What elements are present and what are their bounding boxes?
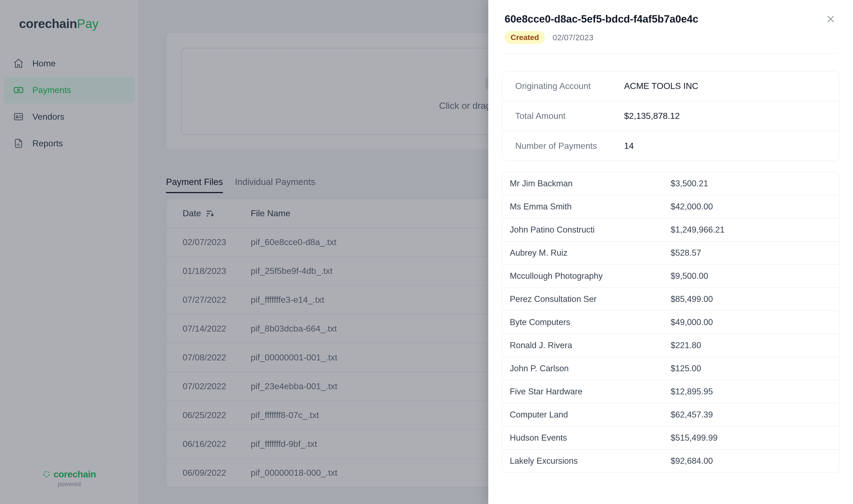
payment-amount: $125.00	[671, 364, 832, 374]
payment-amount: $9,500.00	[671, 271, 832, 281]
payment-name: John Patino Constructi	[510, 225, 671, 235]
detail-panel: 60e8cce0-d8ac-5ef5-bdcd-f4af5b7a0e4c Cre…	[488, 0, 853, 504]
payment-amount: $3,500.21	[671, 179, 832, 188]
payment-name: Ms Emma Smith	[510, 202, 671, 212]
payment-row[interactable]: Mr Jim Backman$3,500.21	[502, 172, 839, 195]
info-card: Originating Account ACME TOOLS INC Total…	[502, 71, 839, 161]
payment-name: Lakely Excursions	[510, 456, 671, 466]
payment-name: Computer Land	[510, 410, 671, 420]
payment-row[interactable]: Aubrey M. Ruiz$528.57	[502, 241, 839, 265]
app-root: corechainPay Home Payments Vendors	[0, 0, 853, 504]
number-of-payments-value: 14	[624, 141, 826, 151]
total-amount-value: $2,135,878.12	[624, 111, 826, 121]
payment-row[interactable]: Ronald J. Rivera$221.80	[502, 334, 839, 357]
payment-amount: $12,895.95	[671, 387, 832, 397]
payment-name: Five Star Hardware	[510, 387, 671, 397]
payment-name: Hudson Events	[510, 433, 671, 443]
payments-list: Mr Jim Backman$3,500.21Ms Emma Smith$42,…	[502, 172, 839, 473]
panel-body: Originating Account ACME TOOLS INC Total…	[488, 63, 853, 484]
payment-amount: $528.57	[671, 248, 832, 258]
payment-name: John P. Carlson	[510, 364, 671, 374]
payment-amount: $42,000.00	[671, 202, 832, 212]
total-amount-label: Total Amount	[515, 111, 624, 121]
payment-amount: $92,684.00	[671, 456, 832, 466]
payment-row[interactable]: John P. Carlson$125.00	[502, 357, 839, 380]
panel-header: 60e8cce0-d8ac-5ef5-bdcd-f4af5b7a0e4c Cre…	[488, 0, 853, 63]
panel-date: 02/07/2023	[553, 33, 593, 42]
payment-row[interactable]: Five Star Hardware$12,895.95	[502, 380, 839, 403]
payment-name: Mccullough Photography	[510, 271, 671, 281]
close-icon	[825, 13, 837, 25]
payment-row[interactable]: Computer Land$62,457.39	[502, 403, 839, 427]
payment-name: Perez Consultation Ser	[510, 294, 671, 304]
status-badge: Created	[505, 31, 545, 44]
payment-row[interactable]: Ms Emma Smith$42,000.00	[502, 195, 839, 218]
close-button[interactable]	[825, 13, 837, 25]
payment-row[interactable]: John Patino Constructi$1,249,966.21	[502, 218, 839, 241]
payment-amount: $221.80	[671, 341, 832, 350]
payment-amount: $515,499.99	[671, 433, 832, 443]
originating-account-label: Originating Account	[515, 81, 624, 91]
payment-name: Mr Jim Backman	[510, 179, 671, 188]
payment-name: Aubrey M. Ruiz	[510, 248, 671, 258]
originating-account-value: ACME TOOLS INC	[624, 81, 826, 91]
payment-amount: $62,457.39	[671, 410, 832, 420]
payment-row[interactable]: Byte Computers$49,000.00	[502, 311, 839, 334]
divider	[505, 53, 837, 54]
payment-name: Ronald J. Rivera	[510, 341, 671, 350]
payment-row[interactable]: Perez Consultation Ser$85,499.00	[502, 288, 839, 311]
panel-title: 60e8cce0-d8ac-5ef5-bdcd-f4af5b7a0e4c	[505, 13, 698, 25]
payment-row[interactable]: Hudson Events$515,499.99	[502, 427, 839, 450]
payment-amount: $49,000.00	[671, 318, 832, 327]
payment-row[interactable]: Mccullough Photography$9,500.00	[502, 265, 839, 288]
payment-row[interactable]: Lakely Excursions$92,684.00	[502, 450, 839, 472]
payment-name: Byte Computers	[510, 318, 671, 327]
number-of-payments-label: Number of Payments	[515, 141, 624, 151]
payment-amount: $1,249,966.21	[671, 225, 832, 235]
payment-amount: $85,499.00	[671, 294, 832, 304]
